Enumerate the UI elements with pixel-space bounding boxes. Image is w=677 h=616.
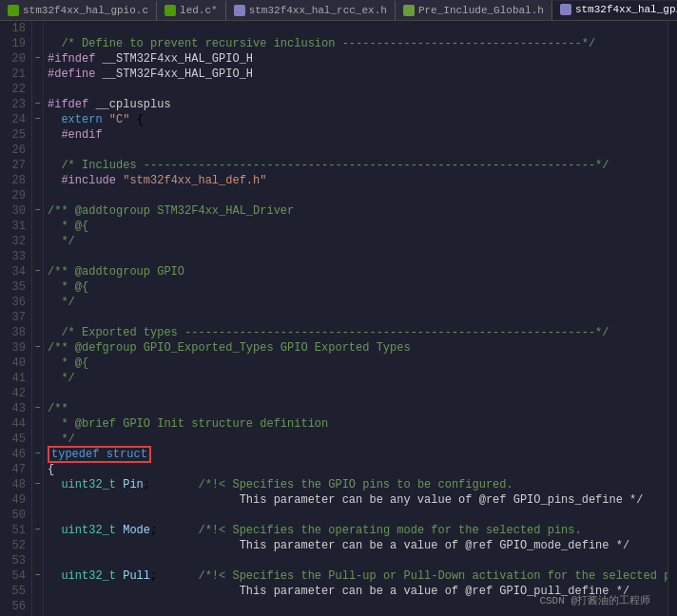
file-icon <box>8 5 19 16</box>
code-line <box>48 143 667 158</box>
fold-indicator <box>32 371 43 386</box>
fold-indicator <box>32 36 43 51</box>
line-number: 43 <box>4 401 26 416</box>
line-number: 53 <box>4 553 26 568</box>
fold-indicator[interactable]: − <box>32 51 43 67</box>
code-line: * @{ <box>48 279 667 295</box>
line-number: 28 <box>4 173 26 188</box>
line-number: 23 <box>4 97 26 112</box>
fold-indicator <box>32 21 43 36</box>
line-number: 52 <box>4 538 26 553</box>
fold-indicator[interactable]: − <box>32 264 43 279</box>
line-number: 33 <box>4 249 26 264</box>
line-number: 32 <box>4 234 26 249</box>
line-number: 51 <box>4 523 26 538</box>
line-number: 19 <box>4 36 26 51</box>
line-number: 36 <box>4 295 26 310</box>
code-line <box>48 310 667 325</box>
code-line: This parameter can be a value of @ref GP… <box>48 538 667 553</box>
fold-indicator[interactable]: − <box>32 203 43 219</box>
code-line: uint32_t Pull; /*!< Specifies the Pull-u… <box>48 568 667 584</box>
line-number: 56 <box>4 599 26 614</box>
fold-indicator <box>32 538 43 553</box>
tab-label: led.c* <box>180 5 218 16</box>
code-line: /* Define to prevent recursive inclusion… <box>48 36 667 51</box>
line-number: 45 <box>4 432 26 447</box>
code-line: */ <box>48 295 667 310</box>
file-icon <box>234 5 245 16</box>
line-number: 48 <box>4 477 26 492</box>
line-number: 39 <box>4 340 26 356</box>
fold-indicator[interactable]: − <box>32 97 43 112</box>
watermark: CSDN @打酱油的工程师 <box>539 593 650 608</box>
tab-tab5[interactable]: stm32f4xx_hal_gpio.h <box>552 1 677 20</box>
line-number: 54 <box>4 568 26 584</box>
fold-indicator[interactable]: − <box>32 112 43 127</box>
fold-indicator <box>32 143 43 158</box>
code-line: extern "C" { <box>48 112 667 127</box>
tab-label: stm32f4xx_hal_gpio.h <box>575 4 677 15</box>
tab-label: stm32f4xx_hal_rcc_ex.h <box>249 5 387 16</box>
line-number: 29 <box>4 188 26 203</box>
code-line: /** @addtogroup GPIO <box>48 264 667 279</box>
line-number: 26 <box>4 143 26 158</box>
tab-tab4[interactable]: Pre_Include_Global.h <box>396 1 552 20</box>
code-line <box>48 249 667 264</box>
code-line: /* Includes ----------------------------… <box>48 158 667 173</box>
code-line: uint32_t Pin; /*!< Specifies the GPIO pi… <box>48 477 667 492</box>
code-line <box>48 508 667 523</box>
code-line: */ <box>48 432 667 447</box>
tab-tab2[interactable]: led.c* <box>157 1 226 20</box>
fold-indicator[interactable]: − <box>32 447 43 462</box>
file-icon <box>164 5 176 16</box>
fold-indicator[interactable]: − <box>32 523 43 538</box>
line-number: 20 <box>4 51 26 67</box>
fold-col[interactable]: −−−−−−−−−−−−−− <box>32 21 44 616</box>
fold-indicator <box>32 310 43 325</box>
line-number: 47 <box>4 462 26 477</box>
line-numbers: 1819202122232425262728293031323334353637… <box>0 21 32 616</box>
code-line: #include "stm32f4xx_hal_def.h" <box>48 173 667 188</box>
line-number: 50 <box>4 508 26 523</box>
line-number: 18 <box>4 21 26 36</box>
code-line: /** @addtogroup STM32F4xx_HAL_Driver <box>48 203 667 219</box>
fold-indicator <box>32 508 43 523</box>
line-number: 49 <box>4 492 26 508</box>
line-number: 55 <box>4 584 26 599</box>
fold-indicator[interactable]: − <box>32 568 43 584</box>
tab-tab3[interactable]: stm32f4xx_hal_rcc_ex.h <box>226 1 396 20</box>
fold-indicator <box>32 416 43 432</box>
code-line <box>48 386 667 401</box>
fold-indicator <box>32 553 43 568</box>
fold-indicator <box>32 158 43 173</box>
line-number: 24 <box>4 112 26 127</box>
code-line: /** <box>48 401 667 416</box>
code-line: typedef struct <box>48 447 667 462</box>
fold-indicator[interactable]: − <box>32 401 43 416</box>
fold-indicator <box>32 462 43 477</box>
fold-indicator[interactable]: − <box>32 477 43 492</box>
line-number: 21 <box>4 67 26 82</box>
fold-indicator <box>32 295 43 310</box>
code-line: */ <box>48 234 667 249</box>
line-number: 40 <box>4 356 26 371</box>
code-line: #endif <box>48 127 667 143</box>
code-line: /* Exported types ----------------------… <box>48 325 667 340</box>
fold-indicator <box>32 234 43 249</box>
line-number: 41 <box>4 371 26 386</box>
code-line <box>48 21 667 36</box>
scrollbar[interactable] <box>667 21 677 616</box>
fold-indicator[interactable]: − <box>32 340 43 356</box>
file-icon <box>560 4 571 15</box>
code-line: * @brief GPIO Init structure definition <box>48 416 667 432</box>
file-icon <box>403 5 415 16</box>
code-line: * @{ <box>48 219 667 234</box>
line-number: 44 <box>4 416 26 432</box>
code-line <box>48 188 667 203</box>
line-number: 27 <box>4 158 26 173</box>
code-line: #ifdef __cplusplus <box>48 97 667 112</box>
line-number: 46 <box>4 447 26 462</box>
fold-indicator <box>32 249 43 264</box>
fold-indicator <box>32 173 43 188</box>
tab-tab1[interactable]: stm32f4xx_hal_gpio.c <box>0 1 157 20</box>
